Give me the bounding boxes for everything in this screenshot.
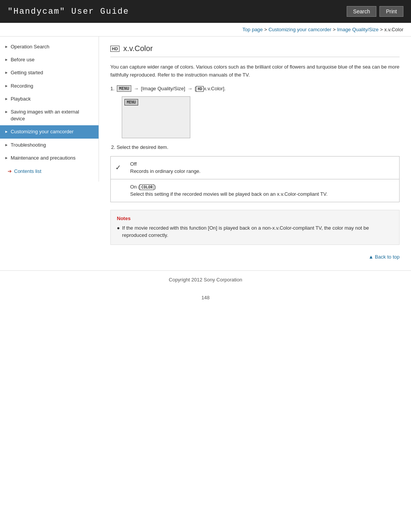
page-number: 148 [0,289,411,307]
arrow-icon: ► [5,109,8,115]
notes-bullet: ● [117,224,120,239]
notes-text: If the movie recorded with this function… [122,224,393,239]
step-1-number: 1. [110,86,115,91]
color-badge: COLOR [140,184,154,190]
sidebar: ► Operation Search ► Before use ► Gettin… [0,37,99,182]
sidebar-item-before-use[interactable]: ► Before use [0,53,99,66]
option-row-on: On (COLOR) Select this setting if the re… [111,179,400,202]
breadcrumb-customizing[interactable]: Customizing your camcorder [268,27,331,32]
footer: Copyright 2012 Sony Corporation [0,270,411,289]
sidebar-item-maintenance[interactable]: ► Maintenance and precautions [0,152,99,165]
breadcrumb-image-quality[interactable]: Image Quality/Size [337,27,379,32]
page-title: HD x.v.Color [110,44,400,57]
copyright-text: Copyright 2012 Sony Corporation [169,277,242,283]
arrow-icon: ► [5,44,8,50]
option-check-on [111,179,126,202]
step-1: 1. MENU → [Image Quality/Size] → [HDx.v.… [110,85,400,92]
site-title: "Handycam" User Guide [8,7,129,16]
menu-screenshot: MENU [122,96,190,138]
option-row-off: ✓ Off Records in ordinary color range. [111,156,400,179]
option-content-off: Off Records in ordinary color range. [126,156,400,179]
notes-item: ● If the movie recorded with this functi… [117,224,393,239]
back-to-top: ▲ Back to top [110,251,400,263]
option-desc-off: Records in ordinary color range. [130,168,395,175]
arrow-icon: ► [5,129,8,134]
option-check-off: ✓ [111,156,126,179]
step-2: 2. Select the desired item. [111,144,400,150]
arrow-icon: ► [5,83,8,89]
sidebar-item-operation-search[interactable]: ► Operation Search [0,40,99,53]
step-1-text2: [HDx.v.Color]. [195,86,226,91]
breadcrumb-current: x.v.Color [384,27,403,32]
breadcrumb-top[interactable]: Top page [242,27,263,32]
hd-icon: HD [110,46,119,52]
sidebar-item-customizing[interactable]: ► Customizing your camcorder [0,125,99,138]
option-label-on: On (COLOR) [130,183,395,191]
back-to-top-link[interactable]: ▲ Back to top [368,254,400,260]
sidebar-item-troubleshooting[interactable]: ► Troubleshooting [0,139,99,152]
step-1-text: [Image Quality/Size] [141,86,185,91]
arrow-right-icon: ➔ [8,168,12,174]
notes-section: Notes ● If the movie recorded with this … [110,210,400,245]
main-content: HD x.v.Color You can capture wider range… [99,37,411,270]
option-label-off: Off [130,160,395,168]
sidebar-item-playback[interactable]: ► Playback [0,93,99,105]
sidebar-item-getting-started[interactable]: ► Getting started [0,66,99,79]
header-buttons: Search Print [347,6,403,17]
option-content-on: On (COLOR) Select this setting if the re… [126,179,400,202]
page-title-text: x.v.Color [123,44,153,53]
arrow-icon: ► [5,142,8,148]
arrow-icon: → [134,86,139,91]
arrow-icon: ► [5,155,8,161]
option-desc-on: Select this setting if the recorded movi… [130,190,395,198]
arrow-icon: ► [5,70,8,75]
arrow-icon-2: → [188,86,193,91]
main-layout: ► Operation Search ► Before use ► Gettin… [0,37,411,270]
menu-screenshot-button: MENU [124,99,138,105]
notes-title: Notes [117,216,393,221]
sidebar-item-saving-images[interactable]: ► Saving images with an external device [0,105,99,125]
options-table: ✓ Off Records in ordinary color range. O… [110,156,400,202]
breadcrumb: Top page > Customizing your camcorder > … [0,23,411,37]
contents-list-link[interactable]: ➔ Contents list [0,165,99,178]
search-button[interactable]: Search [347,6,376,17]
sidebar-item-recording[interactable]: ► Recording [0,80,99,93]
header: "Handycam" User Guide Search Print [0,0,411,23]
menu-button-inline: MENU [117,85,132,92]
arrow-icon: ► [5,96,8,102]
print-button[interactable]: Print [379,6,403,17]
arrow-icon: ► [5,57,8,62]
page-description: You can capture wider range of colors. V… [110,63,400,79]
